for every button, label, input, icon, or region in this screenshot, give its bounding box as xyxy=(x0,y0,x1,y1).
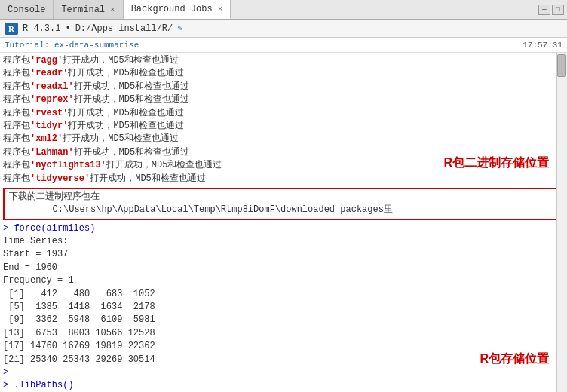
r-version: R 4.3.1 xyxy=(23,23,60,34)
scrollbar-thumb[interactable] xyxy=(557,54,566,77)
ts-line: [1] 412 480 683 1052 xyxy=(3,288,564,301)
tab-console-label: Console xyxy=(8,5,45,15)
package-line: 程序包'readxl'打开成功，MD5和检查也通过 xyxy=(3,81,564,93)
package-line: 程序包'xml2'打开成功，MD5和检查也通过 xyxy=(3,133,564,145)
tab-background-jobs[interactable]: Background Jobs × xyxy=(124,0,231,19)
tab-bar: Console Terminal × Background Jobs × — □ xyxy=(0,0,567,20)
ts-line: [13] 6753 8003 10566 12528 xyxy=(3,327,564,340)
package-line: 程序包'reprex'打开成功，MD5和检查也通过 xyxy=(3,93,564,106)
minimize-button[interactable]: — xyxy=(538,5,550,15)
package-line: 程序包'rvest'打开成功，MD5和检查也通过 xyxy=(3,107,564,120)
r-icon: R xyxy=(5,23,18,35)
toolbar: R R 4.3.1 • D:/Apps install/R/ ✎ xyxy=(0,20,567,38)
time-series-lines: Time Series:Start = 1937End = 1960Freque… xyxy=(3,235,564,366)
tutorial-link[interactable]: Tutorial: ex-data-summarise xyxy=(5,41,139,50)
tab-terminal[interactable]: Terminal × xyxy=(54,0,123,19)
toolbar-edit-icon[interactable]: ✎ xyxy=(177,23,182,33)
ts-line: [21] 25340 25343 29269 30514 xyxy=(3,354,564,366)
maximize-button[interactable]: □ xyxy=(552,5,564,15)
download-box: 下载的二进制程序包在 C:\Users\hp\AppData\Local\Tem… xyxy=(3,188,564,220)
ts-line: End = 1960 xyxy=(3,262,564,274)
ts-line: [17] 14760 16769 19819 22362 xyxy=(3,340,564,353)
package-line: 程序包'tidyr'打开成功，MD5和检查也通过 xyxy=(3,120,564,133)
package-line: 程序包'nycflights13'打开成功，MD5和检查也通过 xyxy=(3,159,564,172)
window-controls: — □ xyxy=(538,0,567,19)
ts-line: [5] 1385 1418 1634 2178 xyxy=(3,301,564,314)
package-line: 程序包'Lahman'打开成功，MD5和检查也通过 xyxy=(3,146,564,159)
ts-line: Frequency = 1 xyxy=(3,274,564,287)
tab-terminal-close[interactable]: × xyxy=(110,5,115,14)
download-line2: C:\Users\hp\AppData\Local\Temp\Rtmp8iDom… xyxy=(9,204,558,216)
tutorial-time: 17:57:31 xyxy=(523,41,562,50)
libpaths-command: > .libPaths() xyxy=(3,379,564,392)
ts-line: Start = 1937 xyxy=(3,248,564,261)
empty-prompt: > xyxy=(3,366,564,379)
download-line1: 下载的二进制程序包在 xyxy=(9,191,558,204)
toolbar-separator: • xyxy=(65,23,70,34)
console-area[interactable]: 程序包'ragg'打开成功，MD5和检查也通过程序包'readr'打开成功，MD… xyxy=(0,53,567,392)
tab-background-jobs-close[interactable]: × xyxy=(218,5,223,14)
tab-terminal-label: Terminal xyxy=(61,5,105,15)
tab-console[interactable]: Console xyxy=(0,0,54,19)
ts-line: Time Series: xyxy=(3,235,564,248)
scrollbar-track[interactable] xyxy=(556,53,567,392)
tab-background-jobs-label: Background Jobs xyxy=(131,4,213,14)
package-line: 程序包'readr'打开成功，MD5和检查也通过 xyxy=(3,67,564,80)
package-line: 程序包'ragg'打开成功，MD5和检查也通过 xyxy=(3,54,564,67)
package-line: 程序包'tidyverse'打开成功，MD5和检查也通过 xyxy=(3,173,564,185)
package-lines: 程序包'ragg'打开成功，MD5和检查也通过程序包'readr'打开成功，MD… xyxy=(3,54,564,185)
tutorial-bar: Tutorial: ex-data-summarise 17:57:31 xyxy=(0,38,567,53)
ts-line: [9] 3362 5948 6109 5981 xyxy=(3,314,564,326)
toolbar-path: D:/Apps install/R/ xyxy=(75,23,173,34)
app-window: Console Terminal × Background Jobs × — □… xyxy=(0,0,567,392)
force-command: > force(airmiles) xyxy=(3,222,564,235)
